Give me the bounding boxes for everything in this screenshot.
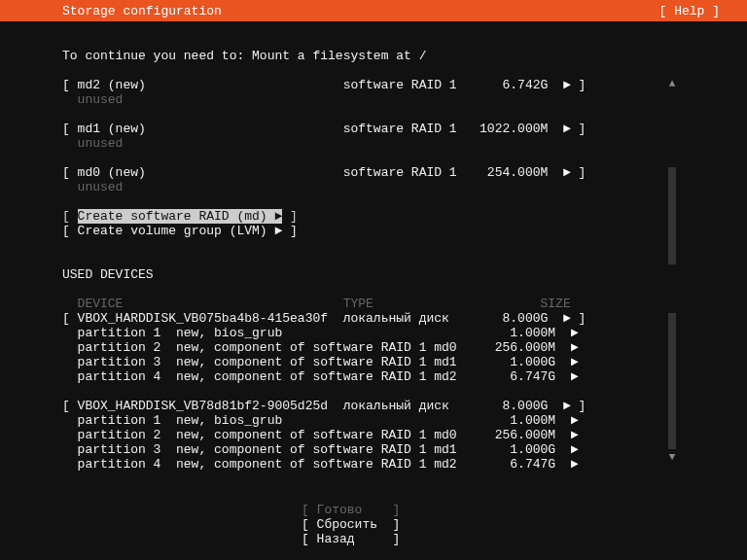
used-devices-heading: USED DEVICES bbox=[0, 267, 747, 282]
scroll-track[interactable] bbox=[668, 167, 676, 264]
done-button[interactable]: [ Готово ] bbox=[302, 503, 747, 517]
partition-row[interactable]: partition 4 new, component of software R… bbox=[0, 457, 747, 472]
reset-button[interactable]: [ Сбросить ] bbox=[302, 517, 747, 532]
create-lvm-action[interactable]: [ Create volume group (LVM) ► ] bbox=[0, 224, 747, 238]
partition-row[interactable]: partition 1 new, bios_grub 1.000M ► bbox=[0, 413, 747, 428]
device-status: unused bbox=[0, 180, 747, 194]
scroll-track[interactable] bbox=[668, 313, 676, 449]
help-button[interactable]: [ Help ] bbox=[659, 4, 735, 18]
partition-row[interactable]: partition 2 new, component of software R… bbox=[0, 428, 747, 442]
header-bar: Storage configuration [ Help ] bbox=[0, 0, 747, 21]
partition-row[interactable]: partition 2 new, component of software R… bbox=[0, 340, 747, 355]
scroll-down-icon[interactable]: ▼ bbox=[667, 451, 677, 463]
column-headers: DEVICE TYPE SIZE bbox=[0, 297, 747, 311]
device-row[interactable]: [ md2 (new) software RAID 1 6.742G ► ] bbox=[0, 78, 747, 92]
back-button[interactable]: [ Назад ] bbox=[302, 532, 747, 546]
device-row[interactable]: [ md1 (new) software RAID 1 1022.000M ► … bbox=[0, 122, 747, 136]
partition-row[interactable]: partition 1 new, bios_grub 1.000M ► bbox=[0, 326, 747, 340]
device-row[interactable]: [ md0 (new) software RAID 1 254.000M ► ] bbox=[0, 165, 747, 180]
scrollbar[interactable]: ▲ ▼ bbox=[667, 78, 677, 463]
create-raid-action[interactable]: [ Create software RAID (md) ► ] bbox=[0, 209, 747, 224]
partition-row[interactable]: partition 4 new, component of software R… bbox=[0, 369, 747, 384]
page-title: Storage configuration bbox=[12, 4, 659, 18]
device-status: unused bbox=[0, 136, 747, 151]
footer-buttons: [ Готово ] [ Сбросить ] [ Назад ] bbox=[0, 503, 747, 546]
scroll-up-icon[interactable]: ▲ bbox=[667, 78, 677, 89]
device-status: unused bbox=[0, 92, 747, 107]
partition-row[interactable]: partition 3 new, component of software R… bbox=[0, 355, 747, 369]
partition-row[interactable]: partition 3 new, component of software R… bbox=[0, 442, 747, 457]
disk-row[interactable]: [ VBOX_HARDDISK_VB075ba4b8-415ea30f лока… bbox=[0, 311, 747, 326]
instruction-text: To continue you need to: Mount a filesys… bbox=[0, 49, 747, 63]
disk-row[interactable]: [ VBOX_HARDDISK_VB78d81bf2-9005d25d лока… bbox=[0, 399, 747, 413]
main-screen: To continue you need to: Mount a filesys… bbox=[0, 21, 747, 560]
